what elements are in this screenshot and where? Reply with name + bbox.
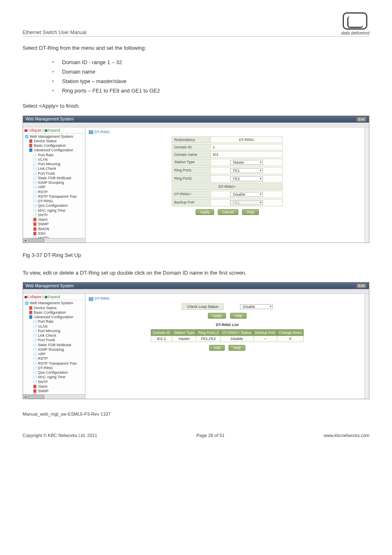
tree-item[interactable]: Advanced Configuration <box>25 315 84 319</box>
apply-button[interactable]: Apply <box>196 209 214 215</box>
footer-copyright: Copyright © KBC Networks Ltd. 2011 <box>23 433 97 438</box>
chevron-down-icon: ▼ <box>257 169 262 172</box>
apply-button[interactable]: Apply <box>208 313 226 319</box>
tree-item[interactable]: ARP <box>25 185 84 190</box>
vertical-scrollbar[interactable] <box>364 294 369 399</box>
tree-item[interactable]: Device Status <box>25 139 84 143</box>
tree-item[interactable]: RSTP Transparent Tran <box>25 361 84 366</box>
table-row[interactable]: ID1-1 master FE1,FE2 Disable -- 0 <box>151 335 303 342</box>
dtring-list-table: Domain ID Station Type Ring Port1,2 DT-R… <box>151 329 304 342</box>
chevron-down-icon: ▼ <box>257 201 262 204</box>
tree-item[interactable]: DT-RING <box>25 366 84 370</box>
exit-button[interactable]: Exit <box>356 283 367 288</box>
tree-item[interactable]: Basic Configuration <box>25 143 84 148</box>
tree-toggle[interactable]: ◼Collapse | ◼Expand <box>23 294 85 300</box>
help-button[interactable]: Help <box>242 209 259 215</box>
tree-root[interactable]: Web Management System <box>25 301 84 305</box>
screenshot-dtring-list: Web Management System Exit ◼Collapse | ◼… <box>23 282 369 399</box>
select-check-loop[interactable]: Disable▼ <box>240 304 273 309</box>
brand-tagline: data delivered <box>341 30 369 35</box>
chevron-down-icon: ▼ <box>257 193 262 196</box>
label-backup-port: Backup Port <box>172 199 211 206</box>
input-domain-id[interactable]: 1 <box>211 144 283 150</box>
tree-item[interactable]: Port Mirroring <box>25 329 84 333</box>
tree-item[interactable]: Port Mirroring <box>25 162 84 166</box>
tree-item[interactable]: RSTP <box>25 356 84 361</box>
bullet-list: Domain ID - range 1 – 32 Domain name Sta… <box>23 58 369 95</box>
tree-item[interactable]: Qos Configuration <box>25 204 84 208</box>
tree-item[interactable]: SNTP <box>25 380 84 384</box>
breadcrumb: DT-RING <box>85 296 369 303</box>
th-change-times: Change times <box>277 329 304 335</box>
apply-text: Select <Apply> to finish. <box>23 102 369 111</box>
tree-item[interactable]: RMON <box>25 227 84 231</box>
label-dtring-plus: DT-RING+ <box>172 191 211 198</box>
tree-item[interactable]: Device Status <box>25 306 84 310</box>
bullet-item: Ring ports – FE1 to FE8 and GE1 to GE2 <box>52 86 369 95</box>
nav-sidebar: ◼Collapse | ◼Expand Web Management Syste… <box>23 127 85 243</box>
tree-item[interactable]: IGMP Snooping <box>25 347 84 352</box>
screenshot-dtring-setup: Web Management System Exit ◼Collapse | ◼… <box>23 116 369 243</box>
add-button[interactable]: Add <box>209 345 225 351</box>
help-button[interactable]: Help <box>228 345 245 351</box>
input-domain-name[interactable]: ID1 <box>211 151 283 158</box>
breadcrumb-icon <box>89 297 93 301</box>
cancel-button[interactable]: Cancel <box>218 209 238 215</box>
exit-button[interactable]: Exit <box>356 117 367 122</box>
intro-text: Select DT-Ring from the menu and set the… <box>23 44 369 53</box>
tree-toggle[interactable]: ◼Collapse | ◼Expand <box>23 127 85 134</box>
tree-item[interactable]: Port Rate <box>25 153 84 157</box>
tree-item[interactable]: Static FDB Multicast <box>25 343 84 347</box>
th-dtring-plus-status: DT-RING+ Status <box>221 329 253 335</box>
select-ring-port1[interactable]: FE1▼ <box>230 168 263 173</box>
tree-item[interactable]: VLAN <box>25 324 84 329</box>
tree-item[interactable]: SNMP <box>25 222 84 227</box>
tree-item[interactable]: VLAN <box>25 157 84 162</box>
tree-item[interactable]: SSH <box>25 231 84 236</box>
select-dtring-plus[interactable]: Disable▼ <box>230 192 263 197</box>
th-domain-id: Domain ID <box>151 329 172 335</box>
label-ring-port2: Ring Port2 <box>172 175 211 183</box>
tree-item[interactable]: Link Check <box>25 333 84 338</box>
tree-item[interactable]: Qos Configuration <box>25 370 84 375</box>
tree-item[interactable]: Link Check <box>25 166 84 171</box>
tree-item[interactable]: Static FDB Multicast <box>25 176 84 180</box>
tree-item[interactable]: Alarm <box>25 217 84 222</box>
vertical-scrollbar[interactable] <box>364 127 369 243</box>
select-station-type[interactable]: Master▼ <box>230 160 263 165</box>
tree-item[interactable]: SNTP <box>25 213 84 217</box>
tree-item[interactable]: Alarm <box>25 384 84 389</box>
tree-item[interactable]: Port Trunk <box>25 171 84 176</box>
bullet-item: Station type – master/slave <box>52 76 369 86</box>
footer-page: Page 28 of 51 <box>196 433 225 438</box>
tree-item[interactable]: RSTP <box>25 190 84 194</box>
select-backup-port: FE1▼ <box>230 200 263 205</box>
tree-item[interactable]: SNMP <box>25 389 84 393</box>
tree-item[interactable]: Basic Configuration <box>25 310 84 315</box>
tree-item[interactable]: MAC Aging Time <box>25 375 84 379</box>
window-title: Web Management System <box>25 117 74 121</box>
sidebar-scrollbar[interactable]: ◄ <box>23 238 85 243</box>
tree-root[interactable]: Web Management System <box>25 134 84 139</box>
label-station-type: Station Type <box>172 159 211 166</box>
select-ring-port2[interactable]: FE2▼ <box>230 176 263 181</box>
tree-item[interactable]: IGMP Snooping <box>25 180 84 185</box>
tree-item[interactable]: DT-RING <box>25 199 84 204</box>
tree-item[interactable]: Advanced Configuration <box>25 148 84 153</box>
window-title: Web Management System <box>25 284 74 288</box>
label-check-loop: Check Loop Status <box>182 303 224 310</box>
tree-item[interactable]: Port Trunk <box>25 338 84 342</box>
dtring-form: RedundancyDT-RING Domain ID1 Domain name… <box>172 136 283 183</box>
breadcrumb-icon <box>89 130 93 134</box>
chevron-down-icon: ▼ <box>257 161 262 164</box>
tree-item[interactable]: MAC Aging Time <box>25 208 84 213</box>
tree-item[interactable]: ARP <box>25 352 84 356</box>
bullet-item: Domain ID - range 1 – 32 <box>52 58 369 67</box>
sidebar-scrollbar[interactable]: ◄ <box>23 394 85 399</box>
label-ring-port1: Ring Port1 <box>172 167 211 174</box>
help-button[interactable]: Help <box>230 313 247 319</box>
manual-revision: Manual_web_mgt_sw-ESML6-P3-Rev 1107 <box>23 412 369 416</box>
tree-item[interactable]: RSTP Transparent Tran <box>25 194 84 199</box>
tree-item[interactable]: Port Rate <box>25 319 84 324</box>
section-dtring-plus: DT-RING+ <box>172 183 283 190</box>
